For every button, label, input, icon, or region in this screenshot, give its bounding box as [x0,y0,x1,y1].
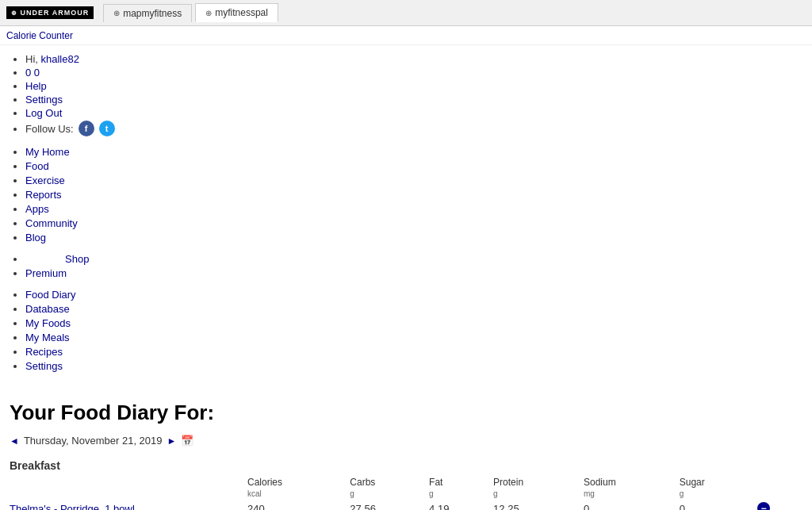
breakfast-section-label: Breakfast [10,456,802,475]
food-fat-cell: 4 19 [429,500,493,510]
food-diary-link[interactable]: Food Diary [25,289,76,301]
nav-item-food: Food [25,160,802,172]
follow-us-row: Follow Us: f t [25,121,802,136]
blog-link[interactable]: Blog [25,232,46,243]
user-score-item: 0 0 [25,67,802,79]
main-nav-list: My Home Food Exercise Reports Apps Commu… [10,146,802,243]
col-header-fat: Fat g [429,475,493,500]
breakfast-section-header-row: Breakfast [10,456,802,475]
food-item-link[interactable]: Thelma's - Porridge, 1 bowl [10,503,135,511]
nav-item-settings-food: Settings [25,360,802,372]
diary-table: Breakfast Calories kcal Carbs g Fat g [10,456,802,510]
col-header-protein: Protein g [493,475,584,500]
mapmyfitness-icon: ⊕ [113,9,120,17]
nav-item-my-home: My Home [25,146,802,158]
prev-date-arrow[interactable]: ◄ [10,435,19,447]
nav-item-premium: Premium [25,267,802,279]
calendar-icon[interactable]: 📅 [181,435,193,447]
exercise-link[interactable]: Exercise [25,174,65,186]
shop-link[interactable]: Shop [65,253,89,265]
shop-spacer [25,253,65,265]
diary-column-headers: Calories kcal Carbs g Fat g Protein g So… [10,475,802,500]
col-header-name [10,475,247,500]
food-protein-cell: 12 25 [493,500,584,510]
nav-item-shop: Shop [25,253,802,265]
apps-link[interactable]: Apps [25,203,49,215]
food-sub-navigation: Food Diary Database My Foods My Meals Re… [10,289,802,372]
col-header-calories: Calories kcal [247,475,350,500]
recipes-link[interactable]: Recipes [25,346,63,358]
settings-link[interactable]: Settings [25,94,63,105]
shop-label: Shop [25,253,802,265]
nav-item-blog: Blog [25,232,802,243]
user-nav-list: Hi, khalle82 0 0 Help Settings Log Out F… [10,53,802,136]
premium-link[interactable]: Premium [25,267,67,279]
next-date-arrow[interactable]: ► [167,435,177,447]
col-header-sodium: Sodium mg [584,475,680,500]
shop-nav-list: Shop Premium [10,253,802,279]
facebook-icon[interactable]: f [79,121,94,136]
main-navigation: My Home Food Exercise Reports Apps Commu… [10,146,802,243]
food-settings-link[interactable]: Settings [25,360,63,372]
nav-item-apps: Apps [25,203,802,215]
shop-navigation: Shop Premium [10,253,802,279]
my-meals-link[interactable]: My Meals [25,332,70,343]
twitter-icon[interactable]: t [99,121,115,136]
table-row: Thelma's - Porridge, 1 bowl 240 27 56 4 … [10,500,802,510]
food-carbs-cell: 27 56 [350,500,429,510]
under-armour-brand: ⊕ UNDER ARMOUR [6,6,94,19]
community-link[interactable]: Community [25,217,78,229]
username-link[interactable]: khalle82 [41,53,79,65]
food-diary-section: Your Food Diary For: ◄ Thursday, Novembe… [0,394,812,510]
nav-item-recipes: Recipes [25,346,802,358]
nav-item-my-meals: My Meals [25,332,802,343]
col-header-sugar: Sugar g [680,475,757,500]
food-link[interactable]: Food [25,160,49,172]
score-link[interactable]: 0 0 [25,67,40,79]
main-content: Hi, khalle82 0 0 Help Settings Log Out F… [0,45,812,394]
follow-us-item: Follow Us: f t [25,121,802,136]
diary-date-text: Thursday, November 21, 2019 [24,435,163,447]
under-armour-logo: ⊕ UNDER ARMOUR [6,6,94,19]
food-calories-cell: 240 [247,500,350,510]
logout-item: Log Out [25,107,802,119]
delete-food-button[interactable]: − [757,502,770,510]
nav-item-database: Database [25,303,802,315]
logout-link[interactable]: Log Out [25,107,62,119]
my-foods-link[interactable]: My Foods [25,317,71,329]
tab-mapmyfitness[interactable]: ⊕ mapmyfitness [103,4,192,22]
nav-item-food-diary: Food Diary [25,289,802,301]
myfitnesspal-icon: ⊕ [205,9,212,17]
food-nav-list: Food Diary Database My Foods My Meals Re… [10,289,802,372]
settings-item: Settings [25,94,802,105]
food-name-cell: Thelma's - Porridge, 1 bowl [10,500,247,510]
user-greeting-item: Hi, khalle82 [25,53,802,65]
food-sugar-cell: 0 [680,500,757,510]
food-sodium-cell: 0 [584,500,680,510]
diary-date-nav: ◄ Thursday, November 21, 2019 ► 📅 [10,435,802,447]
reports-link[interactable]: Reports [25,189,62,201]
col-header-carbs: Carbs g [350,475,429,500]
user-navigation: Hi, khalle82 0 0 Help Settings Log Out F… [10,53,802,136]
top-navigation: ⊕ UNDER ARMOUR ⊕ mapmyfitness ⊕ myfitnes… [0,0,812,26]
database-link[interactable]: Database [25,303,70,315]
calorie-counter-link[interactable]: Calorie Counter [6,30,73,41]
nav-item-community: Community [25,217,802,229]
nav-item-reports: Reports [25,189,802,201]
calorie-counter-bar: Calorie Counter [0,26,812,45]
nav-item-my-foods: My Foods [25,317,802,329]
food-delete-cell: − [757,500,802,510]
tab-myfitnesspal[interactable]: ⊕ myfitnesspal [195,3,278,22]
nav-item-exercise: Exercise [25,174,802,186]
col-header-delete [757,475,802,500]
diary-title: Your Food Diary For: [10,401,802,425]
help-item: Help [25,80,802,92]
help-link[interactable]: Help [25,80,47,92]
my-home-link[interactable]: My Home [25,146,70,158]
